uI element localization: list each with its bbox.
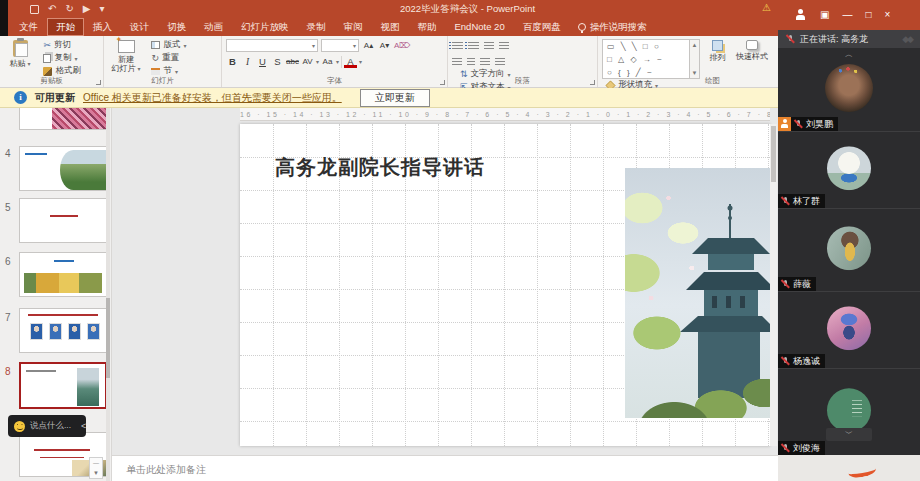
tell-me-search[interactable]: 操作说明搜索 — [570, 18, 655, 36]
gallery-up-icon[interactable]: ▲ — [692, 42, 698, 48]
shrink-font-button[interactable]: A▾ — [378, 39, 391, 52]
maximize-icon[interactable]: □ — [865, 0, 871, 30]
font-name-select[interactable]: ▾ — [226, 39, 318, 52]
slide-8-thumbnail-selected[interactable] — [19, 362, 107, 409]
thumb-title-bar — [28, 314, 98, 316]
blossom-foliage — [625, 168, 770, 418]
character-spacing-button[interactable]: AV — [301, 55, 314, 68]
bullets-icon[interactable] — [452, 42, 463, 50]
change-case-button[interactable]: Aa — [321, 55, 334, 68]
new-slide-button[interactable]: 新建幻灯片 ▾ — [108, 39, 144, 74]
clear-formatting-button[interactable]: A⌦ — [394, 39, 411, 52]
participant-name: 杨逸诚 — [793, 355, 820, 368]
underline-button[interactable]: U — [256, 55, 269, 68]
participant-tile[interactable]: 薛薇 — [778, 208, 920, 291]
tab-design[interactable]: 设计 — [121, 18, 158, 36]
layout-button[interactable]: 版式 ▾ — [151, 39, 186, 51]
collapse-up-icon[interactable]: ︿ — [845, 49, 853, 60]
tab-baidu-netdisk[interactable]: 百度网盘 — [514, 18, 570, 36]
emoji-icon[interactable] — [14, 421, 25, 432]
now-speaking-bar: 正在讲话: 高务龙 ◆◆ — [778, 30, 920, 48]
mic-muted-icon — [781, 279, 790, 289]
quick-styles-button[interactable]: 快速样式 — [735, 39, 769, 61]
tower-photo-small — [77, 368, 99, 406]
participants-icon[interactable] — [794, 9, 807, 21]
thumb-title-bar — [54, 260, 74, 262]
slide-6-thumbnail[interactable] — [19, 252, 107, 297]
slide-6-number: 6 — [5, 256, 11, 267]
close-icon[interactable]: × — [885, 0, 891, 30]
grow-font-button[interactable]: A▴ — [362, 39, 375, 52]
shapes-gallery[interactable]: ▭ ╲ ╲ □ ○ □ △ ◇ → ~ ○ { } ╱ ~ — [602, 39, 690, 79]
lightbulb-icon — [578, 23, 586, 31]
tab-animations[interactable]: 动画 — [195, 18, 232, 36]
tab-slideshow[interactable]: 幻灯片放映 — [232, 18, 298, 36]
slide-4-thumbnail[interactable] — [19, 146, 107, 191]
panel-icon[interactable]: ▣ — [820, 0, 829, 30]
slide-title-text[interactable]: 高务龙副院长指导讲话 — [275, 154, 485, 181]
save-icon[interactable] — [30, 5, 39, 14]
expand-down-icon[interactable]: ﹀ — [826, 428, 872, 441]
numbering-icon[interactable] — [468, 42, 479, 50]
update-now-button[interactable]: 立即更新 — [360, 89, 430, 107]
mic-muted-icon — [781, 196, 790, 206]
align-left-icon[interactable] — [452, 58, 462, 66]
horizontal-ruler[interactable]: 16 · 15 · 14 · 13 · 12 · 11 · 10 · 9 · 8… — [240, 108, 770, 121]
tab-insert[interactable]: 插入 — [84, 18, 121, 36]
tab-record[interactable]: 录制 — [298, 18, 335, 36]
copy-button[interactable]: 复制 ▾ — [43, 52, 81, 64]
paste-button[interactable]: 粘贴 ▾ — [4, 39, 36, 69]
paragraph-dialog-launcher[interactable] — [590, 80, 595, 85]
tab-file[interactable]: 文件 — [10, 18, 47, 36]
collapse-left-icon[interactable]: < — [81, 421, 86, 431]
font-dialog-launcher[interactable] — [440, 80, 445, 85]
cut-button[interactable]: ✂剪切 — [43, 39, 81, 51]
slide-canvas[interactable]: 高务龙副院长指导讲话 — [240, 124, 770, 446]
slide-3-thumbnail[interactable] — [19, 108, 107, 130]
tower-photo[interactable] — [625, 168, 770, 418]
align-center-icon[interactable] — [467, 58, 475, 66]
reset-button[interactable]: ↻重置 — [151, 52, 186, 64]
tab-view[interactable]: 视图 — [372, 18, 409, 36]
arrange-button[interactable]: 排列 — [704, 39, 730, 62]
strikethrough-button[interactable]: abc — [286, 55, 299, 68]
update-message-link[interactable]: Office 相关更新已准备好安装，但首先需要关闭一些应用。 — [83, 91, 342, 105]
participant-tile[interactable]: ︿ 刘昊鹏 — [778, 48, 920, 131]
text-shadow-button[interactable]: S — [271, 55, 284, 68]
align-right-icon[interactable] — [480, 58, 490, 66]
thumbnail-scrollbar[interactable] — [106, 108, 110, 481]
tab-help[interactable]: 帮助 — [409, 18, 446, 36]
minimize-icon[interactable]: — — [842, 0, 852, 30]
participant-tile[interactable]: 杨逸诚 — [778, 291, 920, 368]
font-color-button[interactable]: A — [344, 57, 357, 68]
increase-indent-icon[interactable] — [499, 42, 509, 50]
meeting-logo-icon: ◆◆ — [902, 34, 912, 44]
font-size-select[interactable]: ▾ — [321, 39, 359, 52]
slideshow-icon[interactable]: ▶ — [83, 2, 91, 16]
justify-icon[interactable] — [495, 58, 505, 66]
tab-home[interactable]: 开始 — [47, 18, 84, 36]
clipboard-dialog-launcher[interactable] — [96, 80, 101, 85]
redo-icon[interactable]: ↻ — [65, 2, 73, 16]
slide-7-thumbnail[interactable] — [19, 308, 107, 353]
decrease-indent-icon[interactable] — [484, 42, 494, 50]
chat-input-widget[interactable]: 说点什么... < — [8, 415, 86, 437]
participant-tile[interactable]: 林了群 — [778, 131, 920, 208]
update-label: 可用更新 — [35, 91, 75, 105]
slide-5-number: 5 — [5, 202, 11, 213]
bold-button[interactable]: B — [226, 55, 239, 68]
customize-toolbar-icon[interactable]: ▾ — [99, 2, 104, 16]
tab-transitions[interactable]: 切换 — [158, 18, 195, 36]
notes-pane[interactable]: 单击此处添加备注 — [112, 455, 778, 481]
panel-scroll-buttons[interactable]: — ▼ — [89, 457, 103, 479]
undo-icon[interactable]: ↶ — [48, 2, 56, 16]
participant-tile[interactable]: ﹀ 刘俊海 — [778, 368, 920, 455]
canvas-scrollbar[interactable] — [770, 124, 777, 446]
tab-endnote[interactable]: EndNote 20 — [446, 18, 514, 36]
tab-review[interactable]: 审阅 — [335, 18, 372, 36]
chat-placeholder[interactable]: 说点什么... — [30, 420, 71, 432]
shapes-gallery-scroll[interactable]: ▲ ▼ — [690, 39, 700, 79]
italic-button[interactable]: I — [241, 55, 254, 68]
slide-5-thumbnail[interactable] — [19, 198, 107, 243]
avatar — [825, 64, 873, 112]
